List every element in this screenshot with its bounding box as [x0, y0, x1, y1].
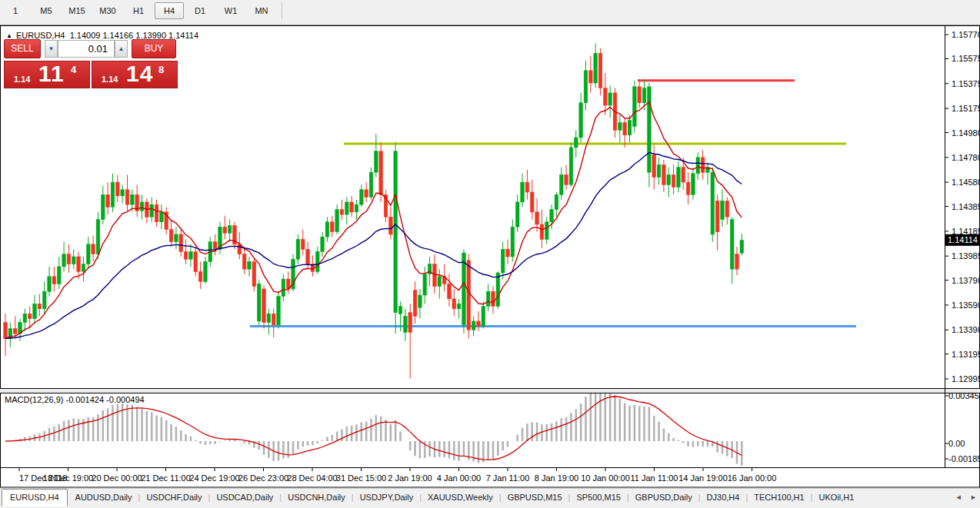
candle-body: [730, 220, 734, 270]
time-axis-label: 4 Jan 00:00: [437, 473, 482, 483]
candle-body: [418, 295, 422, 307]
timeframe-button-M30[interactable]: M30: [93, 2, 122, 19]
volume-increase-icon[interactable]: ▲: [115, 40, 128, 58]
candle-body: [296, 239, 300, 259]
candle-body: [555, 194, 558, 209]
candle-body: [608, 93, 612, 105]
candle-body: [721, 201, 725, 219]
timeframe-button-M5[interactable]: M5: [32, 2, 61, 19]
timeframe-button-H4[interactable]: H4: [155, 2, 184, 19]
timeframe-button-M15[interactable]: M15: [62, 2, 92, 19]
candle-body: [184, 252, 188, 260]
price-axis-label: 1.14980: [952, 128, 980, 138]
chart-tab-usdjpy-daily[interactable]: USDJPY,Daily: [352, 490, 422, 506]
volume-input[interactable]: [58, 40, 115, 58]
timeframe-button-1[interactable]: 1: [1, 2, 30, 19]
candle-body: [252, 261, 256, 286]
candle-body: [715, 201, 719, 231]
candle-body: [472, 321, 475, 330]
chart-tab-bar: EURUSD,H4AUDUSD,Daily|USDCHF,Daily|USDCA…: [0, 488, 980, 508]
chart-tab-tech100-h1[interactable]: TECH100,H1: [746, 490, 812, 506]
candle-body: [111, 182, 115, 207]
moving-average-fast: [5, 102, 742, 339]
candle-body: [267, 314, 271, 322]
candle-body: [72, 257, 75, 264]
candle-body: [413, 291, 417, 317]
chart-tab-xauusd-weekly[interactable]: XAUUSD,Weekly: [420, 490, 501, 506]
timeframe-button-W1[interactable]: W1: [216, 2, 245, 19]
candle-body: [238, 244, 242, 254]
candle-body: [102, 194, 105, 219]
candle-body: [257, 284, 261, 320]
chart-tab-usdchf-daily[interactable]: USDCHF,Daily: [138, 490, 209, 506]
timeframe-button-D1[interactable]: D1: [185, 2, 215, 19]
candle-body: [711, 172, 715, 234]
buy-button[interactable]: BUY: [132, 39, 176, 58]
chart-window: 1.157701.155751.153751.151751.149801.147…: [0, 25, 980, 488]
chart-tab-usdcnh-daily[interactable]: USDCNH,Daily: [280, 490, 353, 506]
candle-body: [38, 304, 42, 308]
candle-body: [696, 158, 700, 174]
timeframe-button-MN[interactable]: MN: [247, 2, 276, 19]
candle-body: [448, 284, 452, 298]
tabs-scroll-right-icon[interactable]: ►: [970, 493, 977, 501]
tabs-scroll-left-icon[interactable]: ◄: [955, 493, 962, 501]
candle-body: [150, 204, 154, 217]
candle-body: [13, 329, 17, 334]
candle-body: [57, 267, 61, 284]
price-axis-label: 1.14780: [952, 153, 980, 162]
candle-body: [525, 182, 529, 192]
volume-decrease-icon[interactable]: ▼: [45, 40, 58, 58]
candle-body: [496, 273, 500, 307]
time-axis-label: 2 Jan 19:00: [388, 473, 432, 483]
chart-tab-usdcad-daily[interactable]: USDCAD,Daily: [208, 490, 281, 506]
candle-body: [657, 165, 661, 178]
candle-body: [140, 202, 144, 211]
pane-splitter[interactable]: [0, 389, 980, 393]
chart-tab-gbpusd-daily[interactable]: GBPUSD,Daily: [628, 490, 700, 506]
timeframe-button-H1[interactable]: H1: [124, 2, 153, 19]
current-price-value: 1.14114: [948, 235, 978, 244]
candle-body: [272, 314, 275, 325]
chart-tab-eurusd-h4[interactable]: EURUSD,H4: [2, 489, 68, 506]
ask-price-button[interactable]: 1.14 14 8: [92, 61, 178, 88]
candle-body: [325, 222, 329, 237]
candle-body: [96, 220, 100, 254]
candle-body: [398, 307, 402, 314]
candle-body: [521, 182, 525, 202]
time-axis-label: 28 Dec 04:00: [287, 473, 337, 483]
candle-body: [735, 254, 739, 269]
candle-body: [82, 264, 85, 272]
candle-body: [92, 244, 95, 254]
time-axis-label: 16 Jan 00:00: [728, 473, 777, 483]
price-chart-canvas[interactable]: 1.157701.155751.153751.151751.149801.147…: [0, 25, 980, 488]
candle-body: [321, 237, 325, 251]
chart-tab-ukoil-h1[interactable]: UKOil,H1: [812, 490, 862, 506]
candle-body: [515, 202, 519, 227]
candle-body: [125, 190, 129, 204]
bid-main-digits: 11: [38, 61, 65, 87]
bid-pipette: 4: [71, 64, 76, 75]
candle-body: [404, 316, 408, 332]
candle-body: [28, 314, 32, 318]
bid-price-button[interactable]: 1.14 11 4: [4, 61, 90, 88]
candle-body: [633, 87, 637, 127]
ask-pipette: 8: [158, 64, 164, 75]
toolbar-divider: [282, 2, 282, 19]
collapse-icon[interactable]: ▲: [6, 32, 12, 39]
candle-body: [242, 254, 246, 269]
candle-body: [457, 304, 461, 308]
chart-tab-audusd-daily[interactable]: AUDUSD,Daily: [68, 490, 140, 506]
candle-body: [565, 174, 568, 184]
candle-body: [579, 103, 583, 138]
chart-tab-gbpusd-m15[interactable]: GBPUSD,M15: [500, 490, 570, 506]
candle-body: [228, 226, 232, 234]
candle-body: [433, 264, 437, 287]
candle-body: [408, 313, 412, 333]
chart-tab-sp500-m15[interactable]: SP500,M15: [568, 490, 628, 506]
mt4-terminal: 1M5M15M30H1H4D1W1MN 1.157701.155751.1537…: [0, 0, 980, 508]
sell-button[interactable]: SELL: [4, 39, 41, 58]
price-axis-label: 1.13390: [952, 325, 980, 334]
price-axis-label: 1.14580: [952, 178, 980, 187]
chart-tab-dj30-h4[interactable]: DJ30,H4: [699, 490, 748, 506]
